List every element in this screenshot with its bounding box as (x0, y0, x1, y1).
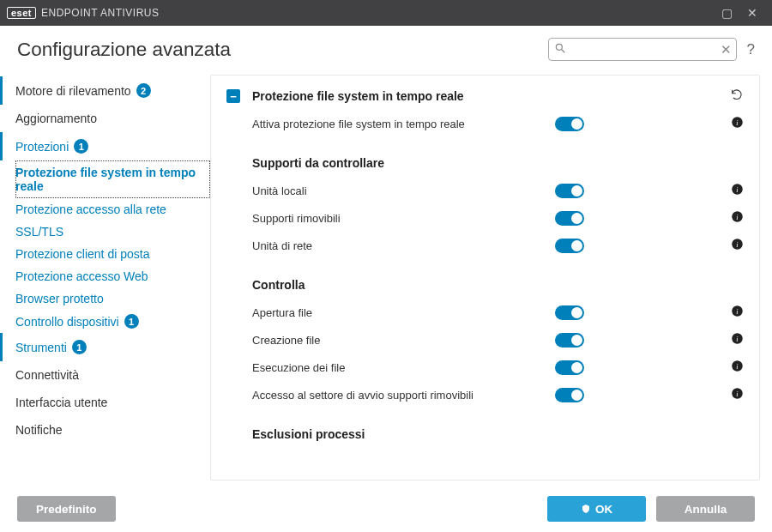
sidebar-item-ssl-tls[interactable]: SSL/TLS (15, 221, 210, 243)
toggle-boot-sector[interactable] (555, 388, 584, 402)
count-badge: 1 (74, 139, 88, 154)
ok-button[interactable]: OK (547, 496, 646, 522)
sidebar-item-label: Motore di rilevamento (15, 84, 131, 98)
sidebar-item-label: Interfaccia utente (15, 396, 107, 409)
sidebar-item-tools[interactable]: Strumenti 1 (0, 333, 210, 361)
sidebar-item-label: Strumenti (15, 341, 67, 354)
sidebar-item-label: Browser protetto (15, 292, 104, 305)
toggle-removable-media[interactable] (555, 211, 584, 226)
info-icon[interactable]: i (727, 360, 744, 375)
default-button[interactable]: Predefinito (17, 496, 116, 522)
toggle-local-drives[interactable] (555, 184, 584, 198)
window-close-icon[interactable]: ✕ (739, 6, 765, 20)
setting-label: Supporti rimovibili (252, 212, 555, 225)
sidebar-item-connectivity[interactable]: Connettività (0, 361, 210, 389)
clear-search-icon[interactable]: ✕ (721, 42, 732, 57)
help-icon[interactable]: ? (747, 41, 755, 58)
info-icon[interactable]: i (727, 116, 744, 131)
count-badge: 2 (136, 83, 151, 98)
toggle-network-drives[interactable] (555, 239, 584, 253)
search-box[interactable]: ✕ (548, 38, 737, 61)
svg-point-0 (556, 44, 562, 50)
svg-text:i: i (736, 186, 738, 194)
svg-line-1 (561, 49, 564, 52)
toggle-file-open[interactable] (555, 305, 584, 320)
toggle-file-creation[interactable] (555, 333, 584, 348)
sidebar-item-label: SSL/TLS (15, 225, 63, 239)
sidebar-item-network-access[interactable]: Protezione accesso alla rete (15, 198, 210, 221)
svg-text:i: i (736, 390, 738, 398)
undo-icon[interactable] (730, 88, 744, 105)
sidebar-item-secure-browser[interactable]: Browser protetto (15, 287, 210, 310)
setting-label: Esecuzione dei file (252, 361, 555, 374)
setting-label: Apertura file (252, 306, 555, 319)
sidebar-item-detection-engine[interactable]: Motore di rilevamento 2 (0, 76, 210, 105)
setting-label: Unità di rete (252, 239, 555, 252)
info-icon[interactable]: i (727, 387, 744, 402)
info-icon[interactable]: i (727, 305, 744, 320)
sidebar-item-ui[interactable]: Interfaccia utente (0, 389, 210, 416)
sidebar-item-label: Protezioni (15, 140, 69, 154)
sidebar-item-notifications[interactable]: Notifiche (0, 416, 210, 444)
subsection-title: Esclusioni processi (211, 408, 759, 448)
toggle-activate-realtime[interactable] (555, 117, 584, 131)
search-icon (554, 42, 566, 57)
subsection-title: Supporti da controllare (211, 137, 759, 177)
svg-text:i: i (736, 363, 738, 371)
sidebar-item-label: Protezione accesso alla rete (15, 203, 166, 216)
shield-icon (581, 504, 591, 514)
subsection-title: Controlla (211, 259, 759, 299)
svg-text:i: i (736, 241, 738, 249)
sidebar-item-mail-client[interactable]: Protezione client di posta (15, 243, 210, 265)
sidebar-item-label: Protezione accesso Web (15, 269, 148, 283)
section-title: Protezione file system in tempo reale (252, 89, 730, 103)
brand-logo: eset (7, 7, 36, 19)
toggle-file-execution[interactable] (555, 360, 584, 375)
sidebar-item-protections[interactable]: Protezioni 1 (0, 132, 210, 160)
sidebar-item-web-access[interactable]: Protezione accesso Web (15, 265, 210, 287)
cancel-button[interactable]: Annulla (656, 496, 755, 522)
window-maximize-icon[interactable]: ▢ (714, 6, 739, 20)
search-input[interactable] (571, 43, 715, 56)
count-badge: 1 (124, 314, 139, 329)
svg-text:i: i (736, 336, 738, 343)
page-title: Configurazione avanzata (17, 39, 231, 61)
sidebar-item-label: Protezione client di posta (15, 247, 149, 261)
sidebar-item-label: Aggiornamento (15, 112, 97, 125)
setting-label: Creazione file (252, 334, 555, 347)
sidebar-item-device-control[interactable]: Controllo dispositivi 1 (15, 310, 210, 333)
info-icon[interactable]: i (727, 210, 744, 226)
svg-text:i: i (736, 119, 738, 127)
sidebar-item-label: Notifiche (15, 423, 62, 437)
sidebar-item-label: Connettività (15, 368, 79, 382)
info-icon[interactable]: i (727, 183, 744, 198)
setting-label: Attiva protezione file system in tempo r… (252, 118, 555, 130)
ok-button-label: OK (595, 503, 612, 516)
info-icon[interactable]: i (727, 332, 744, 348)
setting-label: Unità locali (252, 184, 555, 197)
sidebar-item-update[interactable]: Aggiornamento (0, 105, 210, 132)
info-icon[interactable]: i (727, 238, 744, 253)
sidebar-item-realtime-fs[interactable]: Protezione file system in tempo reale (15, 160, 210, 198)
sidebar-item-label: Controllo dispositivi (15, 315, 119, 329)
svg-text:i: i (736, 214, 738, 221)
count-badge: 1 (72, 340, 87, 354)
collapse-icon[interactable]: − (226, 89, 240, 103)
svg-text:i: i (736, 308, 738, 316)
product-name: ENDPOINT ANTIVIRUS (41, 7, 159, 19)
sidebar-item-label: Protezione file system in tempo reale (15, 166, 203, 193)
setting-label: Accesso al settore di avvio supporti rim… (252, 389, 555, 402)
